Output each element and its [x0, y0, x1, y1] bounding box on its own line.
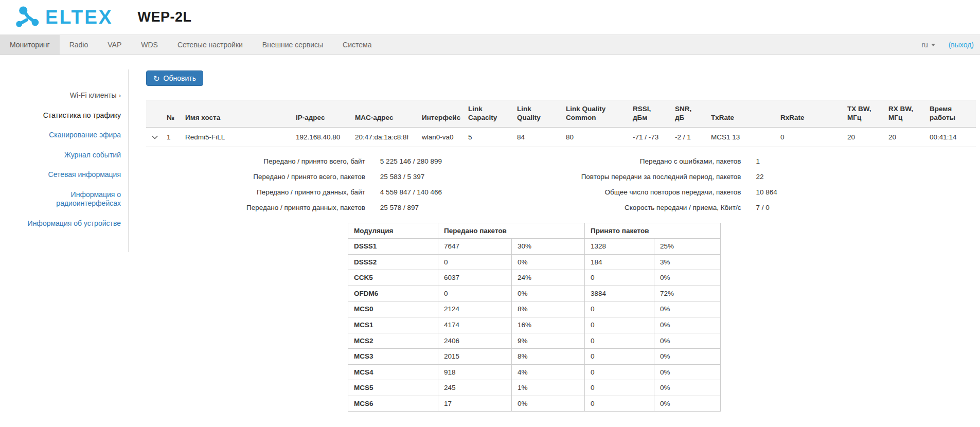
tx-percent: 16%: [512, 317, 585, 333]
refresh-button-label: Обновить: [164, 74, 196, 82]
navbar-right: ru (выход): [921, 35, 980, 55]
modulation-name: CCK5: [348, 270, 438, 286]
chevron-down-icon: [931, 44, 935, 46]
stats-column-left: Передано / принято всего, байт5 225 146 …: [146, 157, 536, 219]
refresh-icon: ↻: [153, 75, 160, 82]
refresh-button[interactable]: ↻ Обновить: [146, 70, 203, 86]
logout-link[interactable]: (выход): [949, 41, 974, 49]
tab-monitoring[interactable]: Мониторинг: [0, 35, 60, 55]
tx-packets: 2124: [438, 301, 512, 317]
rx-packets: 0: [585, 364, 654, 380]
tab-wds[interactable]: WDS: [131, 35, 168, 55]
sidebar-item-traffic-statistics[interactable]: Статистика по трафику: [26, 111, 121, 120]
stat-label: Передано / принято всего, байт: [146, 157, 380, 165]
modulation-name: MCS0: [348, 301, 438, 317]
col-num: №: [162, 100, 180, 128]
tx-packets: 4174: [438, 317, 512, 333]
client-txrate: MCS1 13: [706, 127, 775, 147]
modulation-name: MCS5: [348, 380, 438, 396]
modulation-row: MCS6170%00%: [348, 396, 721, 412]
tab-system[interactable]: Система: [333, 35, 381, 55]
clients-table-header: № Имя хоста IP-адрес MAC-адрес Интерфейс…: [146, 100, 976, 128]
tab-network-settings[interactable]: Сетевые настройки: [168, 35, 253, 55]
rx-percent: 72%: [654, 286, 721, 301]
stat-row: Скорость передачи / приема, Кбит/с7 / 0: [536, 204, 976, 211]
language-value: ru: [921, 41, 928, 49]
main-content: ↻ Обновить № Имя хоста IP-адрес MAC-адре…: [129, 55, 980, 412]
mod-col-tx-packets: Передано пакетов: [438, 223, 585, 239]
col-rxrate: RxRate: [775, 100, 842, 128]
sidebar-item-wifi-clients[interactable]: Wi-Fi клиенты›: [26, 91, 121, 100]
sidebar-item-device-info[interactable]: Информация об устройстве: [26, 219, 121, 228]
rx-percent: 0%: [654, 364, 721, 380]
tx-percent: 8%: [512, 301, 585, 317]
modulation-row: MCS021248%00%: [348, 301, 721, 317]
stat-row: Передано / принято всего, пакетов25 583 …: [146, 173, 536, 181]
col-rssi: RSSI, дБм: [628, 100, 670, 128]
stat-row: Повторы передачи за последний период, па…: [536, 173, 976, 181]
sidebar-item-air-scan[interactable]: Сканирование эфира: [26, 131, 121, 140]
language-selector[interactable]: ru: [921, 41, 935, 49]
rx-packets: 1328: [585, 239, 654, 255]
eltex-logo[interactable]: ELTEX: [14, 5, 113, 30]
modulation-name: OFDM6: [348, 286, 438, 301]
modulation-row: CCK5603724%00%: [348, 270, 721, 286]
modulation-name: MCS3: [348, 349, 438, 365]
modulation-row: DSSS1764730%132825%: [348, 239, 721, 255]
modulation-row: MCS320158%00%: [348, 349, 721, 365]
sidebar-item-event-log[interactable]: Журнал событий: [26, 151, 121, 160]
tx-percent: 24%: [512, 270, 585, 286]
col-ip: IP-адрес: [291, 100, 350, 128]
modulation-name: DSSS2: [348, 254, 438, 270]
rx-percent: 3%: [654, 254, 721, 270]
sidebar-item-network-info[interactable]: Сетевая информация: [26, 170, 121, 180]
tab-radio[interactable]: Radio: [60, 35, 98, 55]
stat-value: 5 225 146 / 280 899: [380, 157, 536, 165]
client-snr: -2 / 1: [670, 127, 706, 147]
client-interface: wlan0-va0: [417, 127, 463, 147]
col-mac: MAC-адрес: [350, 100, 417, 128]
rx-packets: 0: [585, 301, 654, 317]
eltex-molecule-icon: [14, 5, 41, 30]
stat-value: 25 583 / 5 397: [380, 173, 536, 181]
chevron-right-icon: ›: [119, 92, 121, 99]
modulation-name: MCS4: [348, 364, 438, 380]
client-mac: 20:47:da:1a:c8:8f: [350, 127, 417, 147]
stat-label: Общее число повторов передачи, пакетов: [536, 188, 756, 196]
rx-packets: 0: [585, 349, 654, 365]
stat-row: Передано / принято данных, байт4 559 847…: [146, 188, 536, 196]
modulation-row: MCS52451%00%: [348, 380, 721, 396]
rx-packets: 0: [585, 270, 654, 286]
tx-packets: 918: [438, 364, 512, 380]
stat-value: 1: [756, 157, 976, 165]
tx-percent: 0%: [512, 396, 585, 412]
tx-percent: 0%: [512, 254, 585, 270]
modulation-table: Модуляция Передано пакетов Принято пакет…: [348, 223, 721, 412]
stat-label: Передано / принято данных, байт: [146, 188, 380, 196]
col-txrate: TxRate: [706, 100, 775, 128]
col-hostname: Имя хоста: [180, 100, 291, 128]
modulation-row: MCS1417416%00%: [348, 317, 721, 333]
nav-tabs: Мониторинг Radio VAP WDS Сетевые настрой…: [0, 35, 921, 55]
tab-external-services[interactable]: Внешние сервисы: [253, 35, 333, 55]
stat-value: 25 578 / 897: [380, 204, 536, 211]
modulation-row: DSSS200%1843%: [348, 254, 721, 270]
sidebar-item-radio-interfaces-info[interactable]: Информация о радиоинтерфейсах: [26, 190, 121, 208]
stats-column-right: Передано с ошибками, пакетов1Повторы пер…: [536, 157, 976, 219]
col-interface: Интерфейс: [417, 100, 463, 128]
tab-vap[interactable]: VAP: [98, 35, 131, 55]
modulation-table-body: DSSS1764730%132825%DSSS200%1843%CCK56037…: [348, 239, 721, 412]
stat-label: Передано с ошибками, пакетов: [536, 157, 756, 165]
sidebar-item-label: Wi-Fi клиенты: [70, 91, 117, 99]
main-navbar: Мониторинг Radio VAP WDS Сетевые настрой…: [0, 34, 980, 55]
tx-percent: 0%: [512, 286, 585, 301]
rx-percent: 25%: [654, 239, 721, 255]
col-link-quality: Link Quality: [512, 100, 561, 128]
page-title: WEP-2L: [138, 9, 192, 25]
client-link-quality-common: 80: [561, 127, 628, 147]
stat-value: 7 / 0: [756, 204, 976, 211]
modulation-row: MCS224069%00%: [348, 333, 721, 349]
collapse-row-icon[interactable]: [152, 133, 158, 141]
stat-row: Передано с ошибками, пакетов1: [536, 157, 976, 165]
rx-packets: 0: [585, 317, 654, 333]
